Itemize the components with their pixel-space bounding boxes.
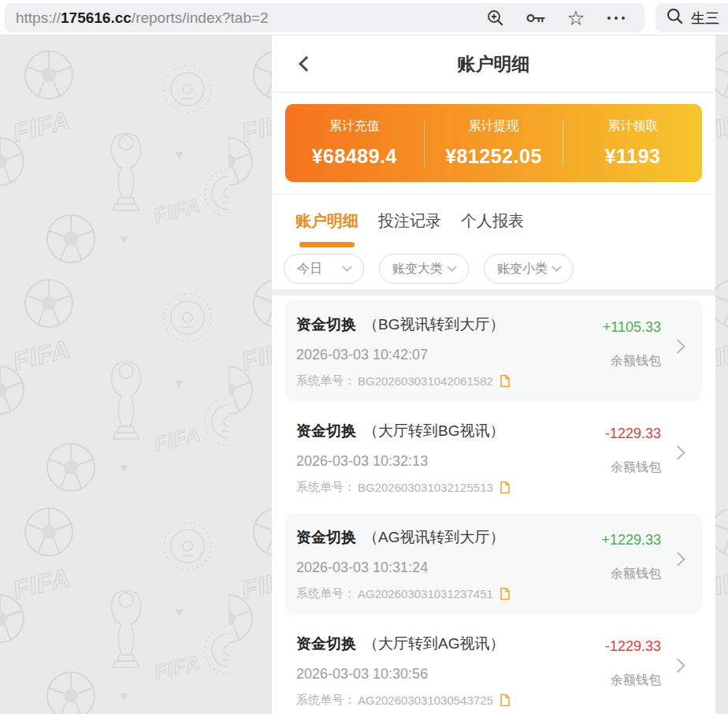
order-label: 系统单号：: [296, 693, 355, 708]
transaction-amount: +1229.33: [601, 532, 661, 549]
transaction-type: 资金切换: [296, 529, 356, 545]
stat-label: 累计提现: [425, 118, 563, 135]
stat-value: ¥68489.4: [285, 145, 424, 168]
order-number: BG202603031032125513: [358, 481, 493, 494]
transaction-amount-block: -1229.33 余额钱包: [605, 426, 661, 476]
copy-icon[interactable]: [499, 374, 511, 388]
stat-value: ¥1193: [563, 145, 702, 168]
chevron-down-icon: [447, 262, 457, 272]
filter-label: 账变大类: [392, 261, 443, 277]
tab-account-detail[interactable]: 账户明细: [295, 210, 358, 247]
filter-label: 今日: [297, 261, 322, 277]
address-bar[interactable]: https://175616.cc/reports/index?tab=2 ☆: [5, 3, 644, 32]
stat-value: ¥81252.05: [425, 145, 563, 168]
transaction-order: 系统单号：AG202603031030543725: [296, 693, 691, 708]
url-path: /reports/index?tab=2: [132, 9, 269, 26]
transaction-wallet: 余额钱包: [605, 459, 661, 476]
section-divider: [272, 289, 715, 296]
order-number: AG202603031031237451: [358, 587, 493, 601]
transaction-list: 资金切换（BG视讯转到大厅） 2026-03-03 10:42:07 系统单号：…: [272, 296, 715, 714]
transaction-row[interactable]: 资金切换（大厅转到BG视讯） 2026-03-03 10:32:13 系统单号：…: [285, 407, 702, 508]
account-detail-panel: 账户明细 累计充值 ¥68489.4 累计提现 ¥81252.05 累计领取 ¥…: [272, 35, 715, 714]
zoom-in-icon[interactable]: [486, 9, 505, 28]
transaction-amount: -1229.33: [605, 638, 661, 655]
search-icon: [666, 7, 684, 28]
total-deposit: 累计充值 ¥68489.4: [285, 118, 424, 168]
transaction-amount-block: +1229.33 余额钱包: [601, 532, 661, 582]
url-domain: 175616.cc: [61, 9, 132, 26]
copy-icon[interactable]: [499, 587, 511, 601]
tab-label: 账户明细: [295, 212, 358, 229]
transaction-order: 系统单号：AG202603031031237451: [296, 586, 691, 601]
filter-major-category-dropdown[interactable]: 账变大类: [379, 254, 469, 284]
tab-label: 投注记录: [378, 212, 441, 229]
url-prefix: https://: [16, 9, 61, 26]
chevron-down-icon: [552, 262, 562, 272]
transaction-row[interactable]: 资金切换（大厅转到AG视讯） 2026-03-03 10:30:56 系统单号：…: [285, 619, 702, 714]
transaction-type: 资金切换: [296, 422, 356, 439]
search-hint-text: 生三: [691, 9, 719, 28]
stats-section: 累计充值 ¥68489.4 累计提现 ¥81252.05 累计领取 ¥1193: [272, 93, 715, 195]
total-claimed: 累计领取 ¥1193: [563, 118, 702, 168]
order-number: BG202603031042061582: [358, 374, 493, 388]
transaction-amount: +1105.33: [603, 319, 661, 336]
filter-row: 今日 账变大类 账变小类: [272, 254, 715, 284]
transaction-amount-block: -1229.33 余额钱包: [605, 638, 661, 689]
transaction-detail: （大厅转到BG视讯）: [363, 422, 504, 439]
browser-search-box[interactable]: 生三: [656, 3, 728, 32]
star-icon[interactable]: ☆: [566, 9, 585, 28]
totals-card: 累计充值 ¥68489.4 累计提现 ¥81252.05 累计领取 ¥1193: [285, 104, 702, 182]
order-label: 系统单号：: [296, 480, 355, 495]
chevron-down-icon: [342, 262, 352, 272]
copy-icon[interactable]: [499, 481, 511, 494]
transaction-wallet: 余额钱包: [605, 672, 661, 689]
transaction-type: 资金切换: [296, 635, 356, 652]
total-withdraw: 累计提现 ¥81252.05: [425, 118, 563, 168]
key-icon[interactable]: [526, 9, 545, 28]
transaction-order: 系统单号：BG202603031042061582: [296, 374, 691, 389]
order-number: AG202603031030543725: [358, 694, 493, 707]
browser-toolbar: https://175616.cc/reports/index?tab=2 ☆ …: [0, 0, 728, 35]
stat-label: 累计充值: [285, 118, 424, 135]
active-tab-underline: [299, 242, 355, 247]
tabs: 账户明细 投注记录 个人报表: [272, 195, 715, 247]
filter-date-dropdown[interactable]: 今日: [284, 254, 364, 284]
transaction-wallet: 余额钱包: [601, 566, 661, 582]
filter-minor-category-dropdown[interactable]: 账变小类: [484, 254, 574, 284]
transaction-amount: -1229.33: [605, 426, 661, 442]
transaction-detail: （BG视讯转到大厅）: [363, 316, 504, 333]
order-label: 系统单号：: [296, 374, 355, 389]
more-icon[interactable]: [607, 9, 626, 28]
panel-header: 账户明细: [272, 35, 715, 93]
tab-personal-report[interactable]: 个人报表: [461, 210, 524, 247]
copy-icon[interactable]: [499, 694, 511, 707]
url-text[interactable]: https://175616.cc/reports/index?tab=2: [16, 9, 486, 27]
stat-label: 累计领取: [563, 118, 702, 135]
page-title: 账户明细: [272, 52, 715, 76]
transaction-type: 资金切换: [296, 316, 356, 333]
transaction-row[interactable]: 资金切换（BG视讯转到大厅） 2026-03-03 10:42:07 系统单号：…: [285, 300, 702, 401]
transaction-row[interactable]: 资金切换（AG视讯转到大厅） 2026-03-03 10:31:24 系统单号：…: [285, 513, 702, 614]
transaction-detail: （AG视讯转到大厅）: [363, 529, 504, 545]
filter-label: 账变小类: [497, 261, 548, 277]
transaction-amount-block: +1105.33 余额钱包: [603, 319, 661, 370]
transaction-detail: （大厅转到AG视讯）: [363, 635, 504, 652]
transaction-wallet: 余额钱包: [603, 353, 661, 370]
transaction-order: 系统单号：BG202603031032125513: [296, 480, 691, 495]
tab-label: 个人报表: [461, 212, 524, 229]
order-label: 系统单号：: [296, 586, 355, 601]
tab-bet-records[interactable]: 投注记录: [378, 210, 441, 247]
